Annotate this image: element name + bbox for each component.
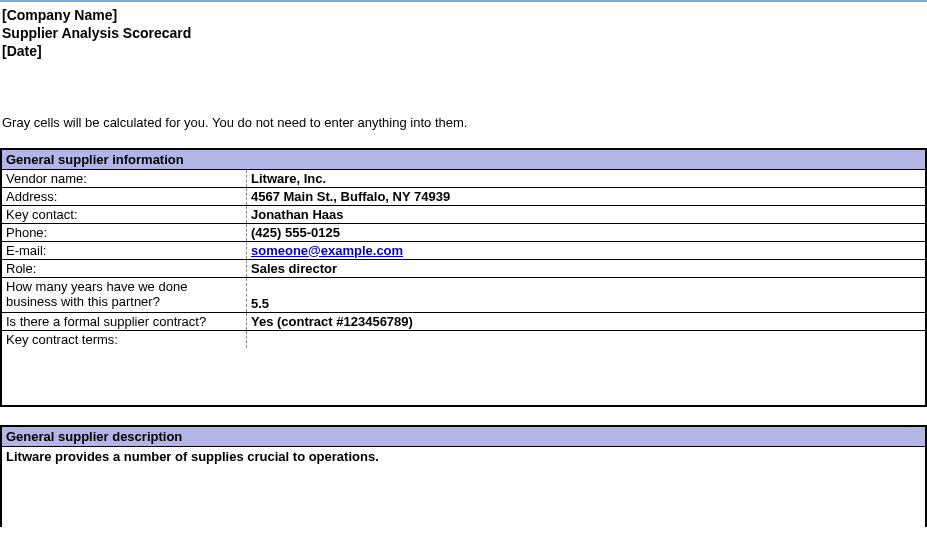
document-date: [Date] [2,42,925,60]
table-row: Key contact: Jonathan Haas [2,206,925,224]
value-email[interactable]: someone@example.com [247,242,925,259]
instructions-text: Gray cells will be calculated for you. Y… [0,113,927,132]
value-phone[interactable]: (425) 555-0125 [247,224,925,241]
table-row: Role: Sales director [2,260,925,278]
table-row: Is there a formal supplier contract? Yes… [2,313,925,331]
label-address: Address: [2,188,247,205]
section-spacer [0,407,927,425]
table-row: Address: 4567 Main St., Buffalo, NY 7493… [2,188,925,206]
document-header: [Company Name] Supplier Analysis Scoreca… [0,2,927,65]
table-row: Phone: (425) 555-0125 [2,224,925,242]
label-email: E-mail: [2,242,247,259]
value-years-business[interactable]: 5.5 [247,278,925,312]
label-contract-terms: Key contract terms: [2,331,247,348]
value-formal-contract[interactable]: Yes (contract #123456789) [247,313,925,330]
label-formal-contract: Is there a formal supplier contract? [2,313,247,330]
section-header-description: General supplier description [2,427,925,447]
table-row: How many years have we done business wit… [2,278,925,313]
general-supplier-description-section: General supplier description Litware pro… [0,425,927,527]
document-title: Supplier Analysis Scorecard [2,24,925,42]
table-row: Key contract terms: [2,331,925,405]
label-phone: Phone: [2,224,247,241]
table-row: E-mail: someone@example.com [2,242,925,260]
table-row: Vendor name: Litware, Inc. [2,170,925,188]
label-vendor-name: Vendor name: [2,170,247,187]
description-content[interactable]: Litware provides a number of supplies cr… [2,447,925,527]
value-vendor-name[interactable]: Litware, Inc. [247,170,925,187]
label-role: Role: [2,260,247,277]
value-contract-terms[interactable] [247,331,925,333]
company-name: [Company Name] [2,6,925,24]
section-header-info: General supplier information [2,150,925,170]
value-address[interactable]: 4567 Main St., Buffalo, NY 74939 [247,188,925,205]
value-role[interactable]: Sales director [247,260,925,277]
label-key-contact: Key contact: [2,206,247,223]
label-years-business: How many years have we done business wit… [2,278,247,312]
value-key-contact[interactable]: Jonathan Haas [247,206,925,223]
general-supplier-info-section: General supplier information Vendor name… [0,148,927,407]
